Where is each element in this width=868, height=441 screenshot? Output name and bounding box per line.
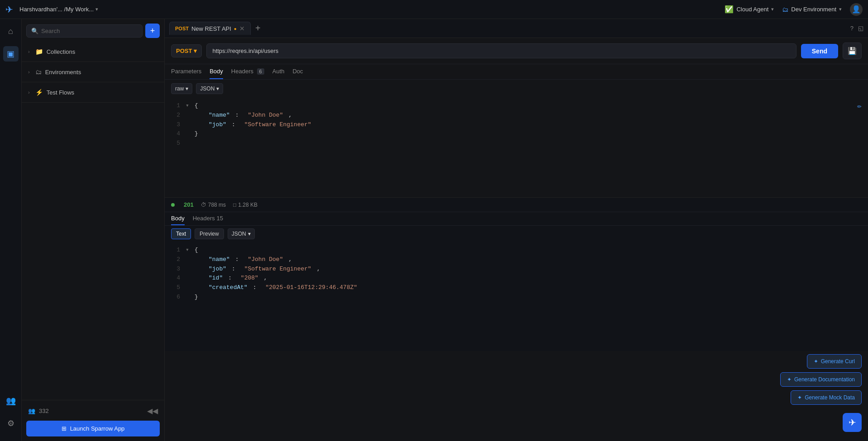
sparrow-corner-button[interactable]: ✈: [843, 413, 862, 432]
generate-mock-spark-icon: ✦: [797, 394, 802, 401]
time-value: 788 ms: [208, 202, 226, 208]
editor-edit-icon[interactable]: ✏: [857, 101, 862, 110]
main-content: POST New REST API ● ✕ + ? ◱ POST ▾ Send …: [165, 19, 868, 441]
view-preview-button[interactable]: Preview: [195, 228, 224, 239]
sidebar-icon-settings[interactable]: ⚙: [3, 416, 19, 431]
method-label: POST: [176, 47, 192, 54]
resp-code-line-5: 5 "createdAt": "2025-01-16T12:29:46.478Z…: [171, 283, 862, 293]
response-tab-headers[interactable]: Headers 15: [193, 215, 223, 225]
app-logo-icon: ✈: [5, 4, 13, 15]
response-headers-tab-label: Headers: [193, 215, 215, 222]
generate-docs-label: Generate Documentation: [794, 376, 855, 383]
search-input-wrap[interactable]: 🔍: [26, 24, 143, 38]
cloud-agent-selector[interactable]: ✅ Cloud Agent ▾: [725, 5, 774, 14]
environments-label: Environments: [45, 69, 81, 76]
test-flows-label: Test Flows: [47, 89, 74, 96]
tab-bar: POST New REST API ● ✕ + ? ◱: [165, 19, 868, 38]
resp-code-line-6: 6 }: [171, 293, 862, 302]
cloud-agent-chevron-icon: ▾: [771, 6, 774, 12]
launch-sparrow-button[interactable]: ⊞ Launch Sparrow App: [26, 421, 160, 436]
sidebar-item-environments[interactable]: › 🗂 Environments: [22, 64, 164, 80]
collections-folder-icon: 📁: [35, 48, 43, 55]
generate-documentation-button[interactable]: ✦ Generate Documentation: [780, 372, 862, 387]
cloud-agent-check-icon: ✅: [725, 5, 734, 14]
add-button[interactable]: +: [145, 24, 160, 38]
user-count: 👥 332: [28, 408, 49, 414]
response-format-selector[interactable]: JSON ▾: [228, 228, 255, 239]
auth-tab-label: Auth: [272, 68, 285, 75]
response-status-bar: 201 ⏱ 788 ms □ 1.28 KB: [165, 198, 868, 212]
resp-code-line-2: 2 "name": "John Doe",: [171, 255, 862, 265]
request-body-editor[interactable]: ✏ 1 ▾ { 2 "name": "John Doe", 3 "job": "…: [165, 98, 868, 197]
user-count-value: 332: [39, 408, 49, 414]
collections-label: Collections: [47, 48, 76, 55]
response-size: □ 1.28 KB: [233, 202, 258, 208]
environments-icon: 🗂: [35, 68, 42, 76]
history-icon[interactable]: ◱: [858, 25, 863, 32]
tab-close-button[interactable]: ✕: [239, 25, 245, 32]
body-controls: raw ▾ JSON ▾: [165, 80, 868, 98]
body-tab-label: Body: [210, 68, 223, 75]
code-line-1: 1 ▾ {: [171, 101, 862, 111]
response-body-editor: 1 ▾ { 2 "name": "John Doe", 3 "job": "So…: [165, 242, 868, 351]
response-section: 201 ⏱ 788 ms □ 1.28 KB Body Headers 15: [165, 197, 868, 351]
body-format-chevron-icon: ▾: [216, 85, 219, 92]
tab-doc[interactable]: Doc: [292, 68, 303, 79]
env-selector[interactable]: 🗂 Dev Environment ▾: [782, 6, 842, 13]
tab-body[interactable]: Body: [210, 68, 223, 79]
generate-curl-button[interactable]: ✦ Generate Curl: [807, 354, 862, 369]
test-flows-icon: ⚡: [35, 89, 43, 96]
url-input[interactable]: [206, 43, 796, 58]
tab-headers[interactable]: Headers 6: [231, 68, 264, 79]
code-line-3: 3 "job": "Software Engineer": [171, 120, 862, 130]
code-line-2: 2 "name": "John Doe",: [171, 111, 862, 120]
resp-code-line-1: 1 ▾ {: [171, 246, 862, 255]
clock-icon: ⏱: [201, 202, 206, 208]
generate-curl-label: Generate Curl: [821, 358, 855, 365]
collapse-panel-button[interactable]: ◀◀: [147, 407, 158, 415]
view-text-button[interactable]: Text: [171, 228, 191, 239]
environments-chevron-icon: ›: [28, 69, 30, 75]
request-tab[interactable]: POST New REST API ● ✕: [169, 22, 251, 35]
save-button[interactable]: 💾: [843, 43, 862, 59]
parameters-tab-label: Parameters: [171, 68, 201, 75]
workspace-selector[interactable]: Harshvardhan'... /My Work... ▾: [19, 6, 98, 13]
response-tab-body[interactable]: Body: [171, 215, 185, 225]
headers-badge: 6: [257, 68, 264, 75]
sidebar-icon-users[interactable]: 👥: [3, 393, 19, 408]
url-bar: POST ▾ Send 💾: [165, 38, 868, 64]
cloud-agent-label: Cloud Agent: [736, 6, 768, 13]
test-flows-section: › ⚡ Test Flows: [22, 82, 164, 103]
send-button[interactable]: Send: [801, 44, 838, 58]
response-headers-badge: 15: [216, 215, 223, 222]
sidebar-item-test-flows[interactable]: › ⚡ Test Flows: [22, 84, 164, 100]
icon-sidebar: ⌂ ▣ 👥 ⚙: [0, 19, 22, 441]
request-tabs: Parameters Body Headers 6 Auth Doc: [165, 64, 868, 80]
add-tab-button[interactable]: +: [253, 23, 263, 33]
resp-code-line-4: 4 "id": "208",: [171, 274, 862, 283]
headers-tab-label: Headers: [231, 68, 253, 75]
search-input[interactable]: [41, 28, 138, 34]
sidebar-icon-layers[interactable]: ▣: [3, 46, 19, 62]
user-avatar[interactable]: 👤: [850, 3, 863, 16]
tab-modified-dot: ●: [234, 26, 237, 31]
method-selector[interactable]: POST ▾: [171, 44, 202, 57]
generate-docs-spark-icon: ✦: [787, 376, 792, 383]
tab-auth[interactable]: Auth: [272, 68, 285, 79]
environments-section: › 🗂 Environments: [22, 62, 164, 82]
sidebar-item-collections[interactable]: › 📁 Collections: [22, 43, 164, 60]
users-icon: 👥: [28, 408, 35, 414]
sidebar-icon-home[interactable]: ⌂: [3, 24, 19, 39]
response-format-chevron-icon: ▾: [248, 231, 251, 237]
body-type-selector[interactable]: raw ▾: [171, 83, 192, 94]
response-time: ⏱ 788 ms: [201, 202, 226, 208]
workspace-chevron-icon: ▾: [95, 6, 98, 12]
body-format-selector[interactable]: JSON ▾: [196, 83, 223, 94]
generate-mock-data-button[interactable]: ✦ Generate Mock Data: [791, 390, 862, 405]
body-type-chevron-icon: ▾: [186, 85, 188, 92]
search-bar: 🔍 +: [26, 24, 160, 38]
tab-parameters[interactable]: Parameters: [171, 68, 201, 79]
help-icon[interactable]: ?: [850, 25, 854, 32]
user-avatar-icon: 👤: [852, 5, 861, 14]
body-format-label: JSON: [200, 85, 215, 92]
